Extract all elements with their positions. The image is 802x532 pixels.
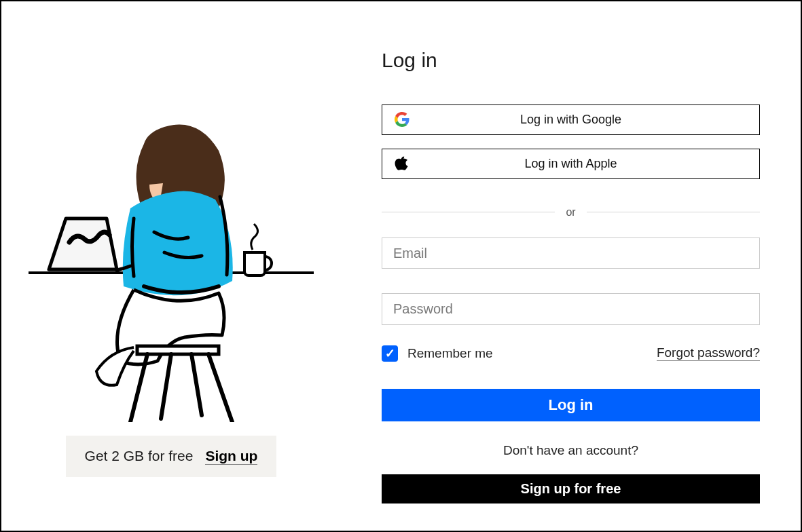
login-button[interactable]: Log in	[382, 389, 760, 421]
google-icon	[395, 112, 409, 127]
page-title: Log in	[382, 49, 760, 72]
login-with-google-button[interactable]: Log in with Google	[382, 104, 760, 135]
svg-line-3	[208, 354, 232, 422]
login-with-apple-button[interactable]: Log in with Apple	[382, 149, 760, 179]
check-icon: ✓	[385, 347, 395, 360]
svg-line-5	[192, 354, 202, 415]
apple-button-label: Log in with Apple	[524, 157, 617, 171]
sso-divider: or	[382, 206, 760, 218]
divider-label: or	[566, 206, 575, 218]
remember-me-checkbox[interactable]: ✓	[382, 345, 398, 362]
password-field[interactable]	[382, 293, 760, 325]
svg-line-4	[161, 354, 171, 419]
promo-box: Get 2 GB for free Sign up	[66, 436, 277, 477]
svg-rect-1	[137, 346, 219, 354]
divider-line-left	[382, 212, 555, 212]
email-field[interactable]	[382, 238, 760, 269]
forgot-password-link[interactable]: Forgot password?	[657, 345, 760, 361]
hero-illustration	[29, 83, 314, 422]
divider-line-right	[587, 212, 760, 212]
google-button-label: Log in with Google	[520, 113, 621, 127]
signup-free-button[interactable]: Sign up for free	[382, 474, 760, 504]
login-form-pane: Log in Log in with Google Log in with Ap…	[341, 1, 801, 531]
promo-signup-link[interactable]: Sign up	[205, 448, 257, 465]
remember-me-label: Remember me	[407, 346, 493, 361]
marketing-pane: Get 2 GB for free Sign up	[1, 1, 341, 531]
apple-icon	[395, 155, 408, 172]
promo-text: Get 2 GB for free	[85, 448, 194, 464]
no-account-text: Don't have an account?	[382, 443, 760, 458]
